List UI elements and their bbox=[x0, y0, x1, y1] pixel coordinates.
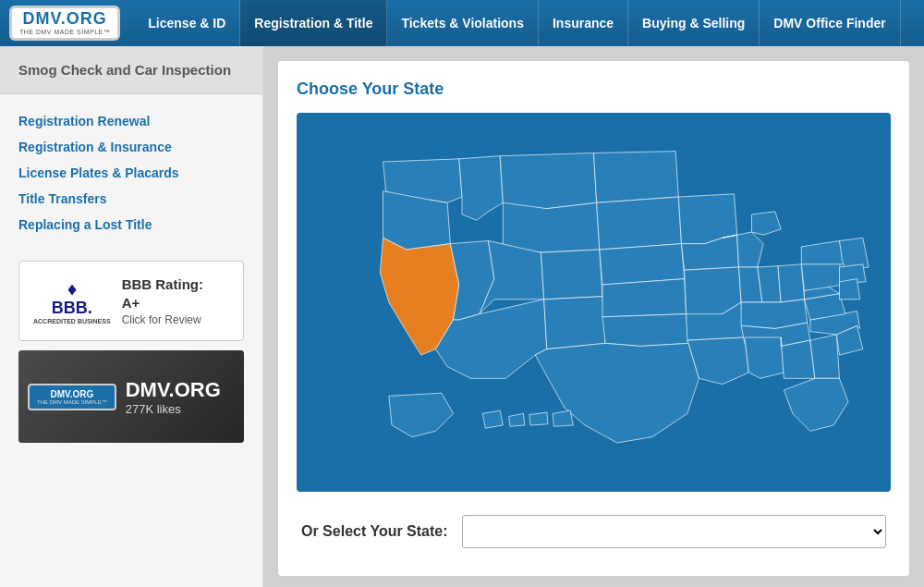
state-oh[interactable] bbox=[778, 264, 805, 302]
nav-buying-selling[interactable]: Buying & Selling bbox=[628, 0, 760, 46]
bbb-name: BBB. bbox=[52, 299, 92, 318]
nav-insurance[interactable]: Insurance bbox=[539, 0, 628, 46]
state-ky[interactable] bbox=[741, 300, 808, 329]
usa-map[interactable] bbox=[310, 127, 877, 478]
bbb-info: BBB Rating: A+ Click for Review bbox=[122, 275, 203, 326]
state-co[interactable] bbox=[541, 250, 603, 300]
state-select-label: Or Select Your State: bbox=[301, 523, 448, 540]
state-select-dropdown[interactable]: AlabamaAlaskaArizonaArkansasCaliforniaCo… bbox=[462, 515, 886, 548]
sidebar-link-registration-renewal[interactable]: Registration Renewal bbox=[18, 108, 244, 134]
state-sd[interactable] bbox=[597, 197, 682, 250]
social-name: DMV.ORG bbox=[126, 378, 221, 402]
main-content: Choose Your State bbox=[263, 46, 924, 587]
state-hi3[interactable] bbox=[529, 412, 548, 425]
bbb-logo: ⬧ BBB. ACCREDITED BUSINESS bbox=[33, 278, 111, 324]
sidebar: Smog Check and Car Inspection Registrati… bbox=[0, 46, 263, 587]
bbb-accredited: ACCREDITED BUSINESS bbox=[33, 318, 111, 324]
social-box[interactable]: DMV.ORG THE DMV MADE SIMPLE™ DMV.ORG 277… bbox=[18, 350, 244, 443]
nav-license-id[interactable]: License & ID bbox=[134, 0, 240, 46]
state-mn[interactable] bbox=[678, 194, 736, 244]
state-nm[interactable] bbox=[544, 297, 605, 349]
bbb-review-link[interactable]: Click for Review bbox=[122, 313, 203, 326]
bbb-box[interactable]: ⬧ BBB. ACCREDITED BUSINESS BBB Rating: A… bbox=[18, 261, 244, 341]
content-panel: Choose Your State bbox=[277, 60, 910, 577]
state-nj[interactable] bbox=[840, 279, 860, 300]
us-map-container bbox=[297, 113, 891, 492]
nav-tickets-violations[interactable]: Tickets & Violations bbox=[387, 0, 539, 46]
logo[interactable]: DMV.ORG THE DMV MADE SIMPLE™ bbox=[9, 6, 120, 40]
sidebar-link-registration-insurance[interactable]: Registration & Insurance bbox=[18, 134, 244, 160]
choose-state-title: Choose Your State bbox=[297, 79, 891, 99]
nav-registration-title[interactable]: Registration & Title bbox=[240, 0, 387, 46]
logo-main-text: DMV.ORG bbox=[22, 10, 106, 29]
state-ok[interactable] bbox=[602, 314, 688, 347]
main-layout: Smog Check and Car Inspection Registrati… bbox=[0, 46, 924, 587]
social-logo: DMV.ORG THE DMV MADE SIMPLE™ bbox=[28, 384, 116, 410]
state-mt[interactable] bbox=[500, 153, 596, 212]
nav-dmv-office-finder[interactable]: DMV Office Finder bbox=[760, 0, 900, 46]
sidebar-link-replacing-lost-title[interactable]: Replacing a Lost Title bbox=[18, 212, 244, 238]
header: DMV.ORG THE DMV MADE SIMPLE™ License & I… bbox=[0, 0, 924, 46]
state-wy[interactable] bbox=[503, 202, 600, 252]
state-ga[interactable] bbox=[810, 335, 840, 379]
state-ne[interactable] bbox=[600, 244, 685, 285]
sidebar-link-license-plates[interactable]: License Plates & Placards bbox=[18, 160, 244, 186]
smog-check-link[interactable]: Smog Check and Car Inspection bbox=[18, 62, 231, 78]
logo-sub-text: THE DMV MADE SIMPLE™ bbox=[19, 29, 110, 36]
state-ms[interactable] bbox=[745, 337, 784, 378]
social-likes: 277K likes bbox=[126, 402, 221, 416]
state-hi[interactable] bbox=[482, 410, 503, 428]
state-select-row: Or Select Your State: AlabamaAlaskaArizo… bbox=[297, 506, 891, 557]
sidebar-link-title-transfers[interactable]: Title Transfers bbox=[18, 186, 244, 212]
main-nav: License & ID Registration & Title Ticket… bbox=[134, 0, 900, 46]
state-ks[interactable] bbox=[602, 279, 687, 317]
social-text: DMV.ORG 277K likes bbox=[126, 378, 221, 416]
bbb-symbol: ⬧ bbox=[66, 278, 78, 299]
state-nd[interactable] bbox=[594, 152, 679, 203]
sidebar-nav: Registration Renewal Registration & Insu… bbox=[0, 94, 262, 251]
sidebar-top-section: Smog Check and Car Inspection bbox=[0, 46, 262, 94]
bbb-rating: BBB Rating: A+ bbox=[122, 275, 203, 312]
state-hi4[interactable] bbox=[553, 410, 573, 426]
